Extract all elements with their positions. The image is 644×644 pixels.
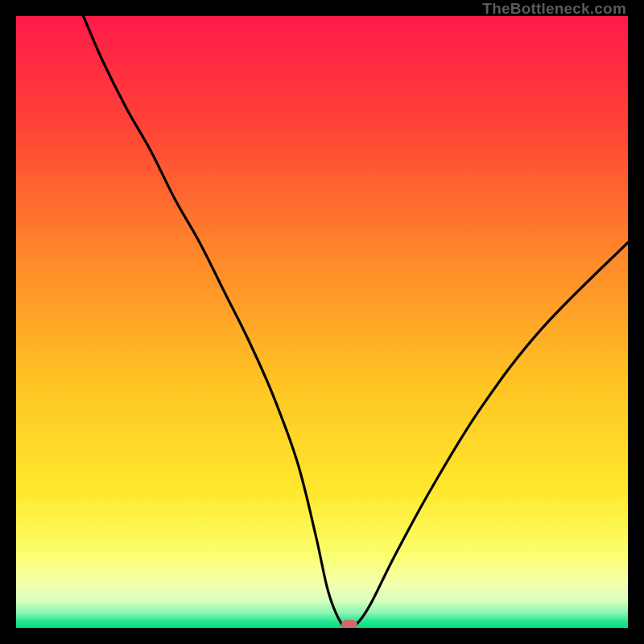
bottleneck-curve [16,16,628,628]
watermark-text: TheBottleneck.com [482,0,626,18]
optimal-marker [341,620,357,628]
chart-frame: TheBottleneck.com [0,0,644,644]
plot-area [16,16,628,628]
